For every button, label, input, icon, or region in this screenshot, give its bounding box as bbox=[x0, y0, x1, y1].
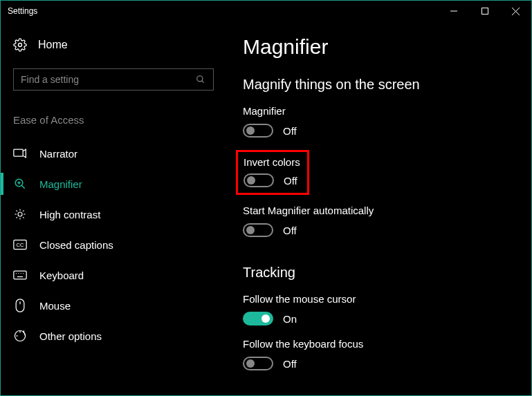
sidebar-nav: Narrator Magnifier High contrast CC Clos… bbox=[1, 138, 211, 351]
toggle-status: Off bbox=[283, 225, 297, 236]
close-icon bbox=[512, 8, 520, 15]
setting-autostart: Start Magnifier automatically Off bbox=[243, 205, 517, 237]
svg-rect-23 bbox=[14, 271, 26, 279]
minimize-icon bbox=[450, 8, 457, 15]
sidebar-item-label: Mouse bbox=[39, 300, 71, 312]
toggle-follow-mouse[interactable] bbox=[243, 312, 273, 326]
mouse-icon bbox=[13, 299, 27, 312]
toggle-status: Off bbox=[283, 358, 297, 370]
setting-label: Invert colors bbox=[244, 156, 300, 168]
highlight-invert-colors: Invert colors Off bbox=[236, 150, 309, 195]
toggle-invert-colors[interactable] bbox=[244, 173, 274, 187]
keyboard-icon bbox=[13, 270, 27, 280]
titlebar: Settings bbox=[1, 1, 531, 21]
toggle-follow-keyboard[interactable] bbox=[243, 357, 273, 370]
setting-follow-mouse: Follow the mouse cursor On bbox=[243, 293, 517, 326]
page-title: Magnifier bbox=[243, 35, 517, 59]
svg-line-17 bbox=[16, 210, 17, 211]
sidebar-item-narrator[interactable]: Narrator bbox=[1, 138, 211, 169]
svg-text:CC: CC bbox=[17, 242, 24, 248]
toggle-status: Off bbox=[283, 125, 297, 137]
setting-label: Magnifier bbox=[243, 105, 517, 117]
closed-captions-icon: CC bbox=[13, 239, 27, 250]
sidebar-item-mouse[interactable]: Mouse bbox=[1, 290, 211, 321]
svg-rect-29 bbox=[16, 299, 24, 312]
svg-point-4 bbox=[19, 44, 22, 47]
setting-label: Start Magnifier automatically bbox=[243, 205, 517, 216]
search-placeholder: Find a setting bbox=[21, 74, 195, 85]
gear-icon bbox=[13, 38, 27, 52]
home-label: Home bbox=[38, 39, 68, 51]
main-panel: Magnifier Magnify things on the screen M… bbox=[222, 21, 531, 395]
minimize-button[interactable] bbox=[438, 1, 469, 21]
sidebar-item-high-contrast[interactable]: High contrast bbox=[1, 199, 211, 229]
toggle-autostart[interactable] bbox=[243, 223, 273, 237]
setting-label: Follow the mouse cursor bbox=[243, 293, 517, 305]
narrator-icon bbox=[13, 147, 27, 160]
toggle-status: On bbox=[283, 313, 297, 325]
search-icon bbox=[195, 74, 206, 85]
svg-line-19 bbox=[16, 217, 17, 218]
sidebar-item-label: Closed captions bbox=[39, 239, 113, 251]
sidebar-item-label: Magnifier bbox=[39, 178, 82, 190]
svg-line-9 bbox=[21, 185, 25, 189]
setting-label: Follow the keyboard focus bbox=[243, 338, 517, 350]
search-input[interactable]: Find a setting bbox=[13, 68, 214, 91]
maximize-icon bbox=[481, 8, 488, 15]
setting-magnifier: Magnifier Off bbox=[243, 105, 517, 138]
sidebar-item-label: High contrast bbox=[39, 209, 100, 220]
close-button[interactable] bbox=[500, 1, 531, 21]
svg-line-6 bbox=[202, 81, 204, 83]
sidebar-item-keyboard[interactable]: Keyboard bbox=[1, 260, 211, 290]
sidebar-item-label: Other options bbox=[39, 330, 102, 342]
sidebar: Home Find a setting Ease of Access Narra… bbox=[1, 21, 222, 395]
svg-line-18 bbox=[23, 217, 24, 218]
svg-rect-1 bbox=[481, 8, 488, 15]
sidebar-item-other-options[interactable]: Other options bbox=[1, 321, 211, 351]
svg-point-5 bbox=[197, 76, 203, 82]
setting-follow-keyboard: Follow the keyboard focus Off bbox=[243, 338, 517, 370]
sidebar-item-magnifier[interactable]: Magnifier bbox=[1, 169, 211, 199]
sidebar-category: Ease of Access bbox=[13, 114, 211, 126]
section-heading-magnify: Magnify things on the screen bbox=[243, 77, 517, 93]
svg-rect-7 bbox=[14, 149, 23, 156]
window-title: Settings bbox=[8, 6, 37, 16]
sidebar-item-label: Narrator bbox=[39, 148, 77, 160]
sidebar-item-closed-captions[interactable]: CC Closed captions bbox=[1, 229, 211, 260]
svg-line-20 bbox=[23, 210, 24, 211]
svg-point-12 bbox=[18, 212, 22, 216]
high-contrast-icon bbox=[13, 208, 27, 220]
sidebar-item-label: Keyboard bbox=[39, 270, 84, 281]
home-button[interactable]: Home bbox=[13, 38, 211, 52]
other-options-icon bbox=[13, 330, 27, 342]
toggle-status: Off bbox=[284, 175, 297, 187]
maximize-button[interactable] bbox=[469, 1, 500, 21]
toggle-magnifier[interactable] bbox=[243, 124, 273, 138]
magnifier-icon bbox=[13, 178, 27, 190]
section-heading-tracking: Tracking bbox=[243, 265, 517, 281]
